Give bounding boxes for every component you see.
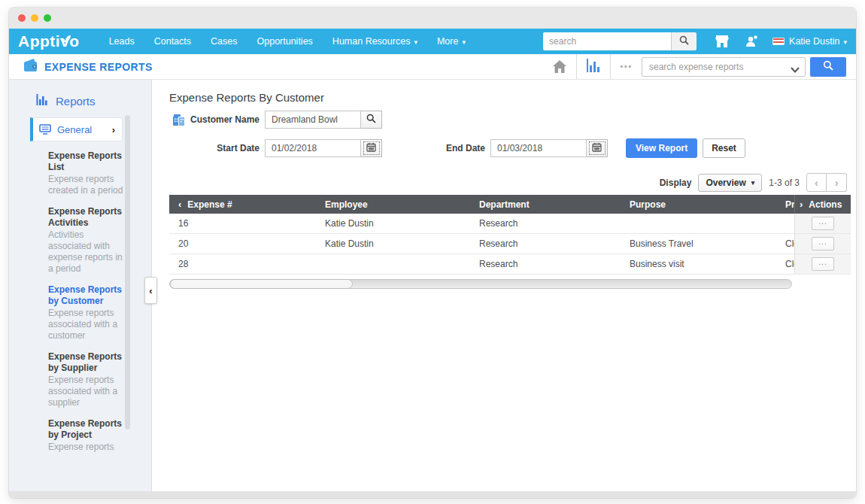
cell-employee [316, 254, 470, 274]
reports-chart-icon [35, 93, 49, 108]
column-expense: ‹Expense # [169, 195, 316, 214]
cell-purpose: Business Travel [621, 234, 776, 254]
next-page-button[interactable]: › [827, 173, 847, 192]
column-employee: Employee [316, 195, 470, 214]
user-flag-icon [772, 38, 785, 45]
scroll-columns-right-icon[interactable]: › [800, 199, 803, 210]
row-actions-button[interactable]: ... [812, 217, 834, 230]
window-titlebar [9, 8, 856, 29]
end-date-calendar-button[interactable] [587, 139, 608, 157]
display-dropdown[interactable]: Overview ▾ [698, 174, 762, 192]
sidebar-group-label: General [57, 124, 92, 135]
sidebar-header: Reports [29, 93, 151, 108]
nav-item-more[interactable]: More▾ [427, 29, 475, 54]
caret-down-icon: ▾ [843, 38, 847, 46]
column-actions: ›Actions [794, 195, 851, 214]
nav-item-leads[interactable]: Leads [99, 29, 144, 54]
cell-project: Clou [776, 234, 794, 254]
column-department: Department [470, 195, 621, 214]
store-icon[interactable] [715, 35, 730, 48]
nav-item-cases[interactable]: Cases [201, 29, 247, 54]
cell-expense: 16 [169, 214, 316, 233]
sidebar-item-label: Expense Reports List [48, 150, 128, 173]
calendar-icon [366, 141, 376, 155]
calendar-icon [592, 141, 602, 155]
column-label: Department [479, 199, 530, 210]
row-actions-button[interactable]: ... [812, 257, 834, 271]
minimize-window-icon[interactable] [31, 14, 38, 22]
start-date-label-box: Start Date [169, 143, 260, 153]
nav-item-label: More [437, 36, 458, 47]
app-search-button[interactable] [810, 57, 846, 77]
cell-department: Research [470, 234, 621, 254]
reports-view-button[interactable] [576, 54, 611, 79]
chevron-right-icon: › [112, 124, 115, 135]
apptivo-leaf-icon [60, 28, 71, 46]
zoom-window-icon[interactable] [44, 14, 51, 22]
sidebar-report-list: Expense Reports List Expense reports cre… [48, 150, 128, 453]
cell-department: Research [470, 254, 621, 274]
app-search [642, 57, 806, 77]
global-search-button[interactable] [671, 32, 697, 50]
cell-expense: 20 [169, 234, 316, 254]
chevron-down-icon[interactable] [791, 62, 800, 76]
home-icon[interactable] [543, 54, 576, 79]
table-row[interactable]: 28 Research Business visit Clou ... [169, 254, 851, 275]
sidebar-item-desc: Activities associated with expense repor… [48, 229, 128, 275]
nav-item-opportunities[interactable]: Opportunities [247, 29, 323, 54]
horizontal-scrollbar-thumb[interactable] [170, 279, 353, 289]
app-search-input[interactable] [642, 57, 806, 77]
sidebar-item-expense-reports-by-supplier[interactable]: Expense Reports by Supplier Expense repo… [48, 351, 128, 408]
global-search-input[interactable] [543, 32, 671, 50]
horizontal-scrollbar[interactable] [169, 279, 792, 289]
app-header-toolbar: ••• [543, 54, 856, 79]
sidebar-item-expense-reports-activities[interactable]: Expense Reports Activities Activities as… [48, 206, 128, 275]
user-menu[interactable]: Katie Dustin ▾ [772, 36, 847, 47]
expense-reports-app-icon [23, 58, 38, 76]
cell-employee: Katie Dustin [316, 234, 470, 254]
sidebar-item-desc: Expense reports created in a period [48, 174, 128, 196]
sidebar-item-expense-reports-by-customer[interactable]: Expense Reports by Customer Expense repo… [48, 284, 128, 342]
column-label: Pro [785, 199, 794, 210]
column-label: Actions [809, 199, 842, 210]
view-report-button[interactable]: View Report [626, 138, 697, 158]
display-dropdown-value: Overview [706, 178, 745, 188]
sidebar-item-label: Expense Reports by Supplier [48, 351, 128, 374]
row-actions-button[interactable]: ... [812, 237, 834, 250]
sidebar-collapse-handle[interactable]: ‹ [144, 277, 157, 304]
bar-chart-icon [585, 58, 602, 76]
table-row[interactable]: 20 Katie Dustin Research Business Travel… [169, 234, 851, 254]
sidebar-group-general[interactable]: General › [30, 117, 123, 141]
reports-sidebar: Reports General › Expense Reports List E… [9, 80, 152, 491]
cell-actions: ... [794, 234, 851, 254]
customer-name-input[interactable] [265, 111, 361, 129]
nav-item-human-resources[interactable]: Human Resources▾ [323, 29, 427, 54]
more-options-icon[interactable]: ••• [611, 62, 642, 71]
customer-name-label: Customer Name [190, 114, 260, 125]
customer-label-box: Customer Name [169, 114, 260, 126]
column-purpose: Purpose [621, 195, 776, 214]
sidebar-item-expense-reports-list[interactable]: Expense Reports List Expense reports cre… [48, 150, 128, 196]
column-project: Pro [776, 195, 794, 214]
end-date-input[interactable] [490, 139, 587, 157]
display-row: Display Overview ▾ 1-3 of 3 ‹ › [169, 173, 856, 192]
user-activity-icon[interactable] [745, 35, 759, 49]
scroll-columns-left-icon[interactable]: ‹ [178, 199, 181, 210]
start-date-calendar-button[interactable] [361, 139, 382, 157]
navbar-right: Katie Dustin ▾ [543, 32, 847, 50]
close-window-icon[interactable] [18, 14, 26, 22]
customer-search-button[interactable] [361, 111, 382, 129]
sidebar-item-expense-reports-by-project[interactable]: Expense Reports by Project Expense repor… [48, 418, 128, 453]
apptivo-logo[interactable]: Apptivo [18, 32, 80, 50]
start-date-input[interactable] [265, 139, 361, 157]
table-row[interactable]: 16 Katie Dustin Research ... [169, 214, 851, 234]
nav-item-contacts[interactable]: Contacts [144, 29, 201, 54]
reset-button[interactable]: Reset [703, 138, 745, 158]
global-search [543, 32, 697, 50]
sidebar-item-desc: Expense reports associated with a suppli… [48, 375, 128, 408]
nav-item-label: Contacts [154, 36, 191, 47]
nav-item-label: Cases [211, 36, 237, 47]
previous-page-button[interactable]: ‹ [806, 173, 827, 192]
sidebar-scrollbar[interactable] [125, 115, 130, 430]
cell-purpose: Business visit [621, 254, 776, 274]
